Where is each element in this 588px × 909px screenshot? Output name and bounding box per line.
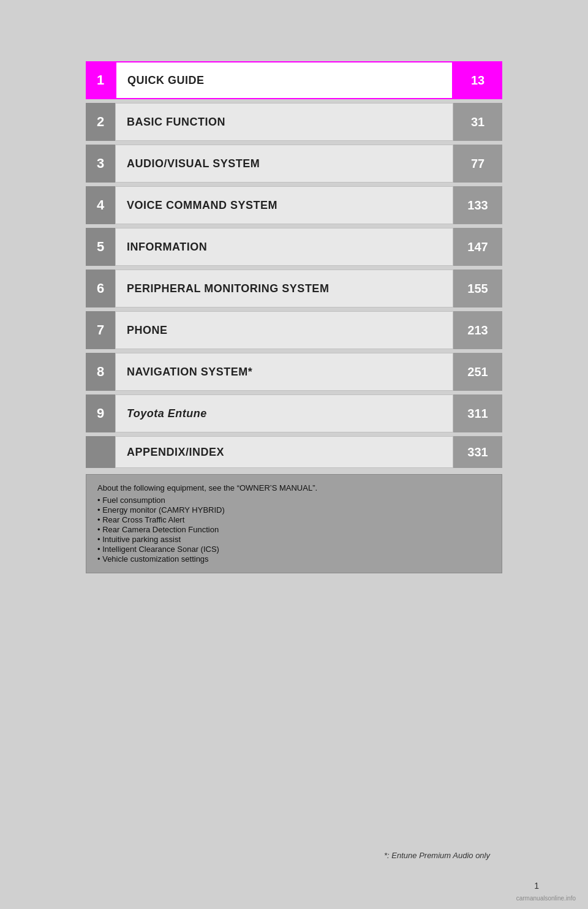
chapter-title-2: BASIC FUNCTION [127, 116, 225, 129]
chapter-page-4: 133 [453, 186, 502, 224]
chapter-page-7: 213 [453, 311, 502, 349]
chapter-title-area-appendix: APPENDIX/INDEX [115, 436, 453, 468]
toc-row-2[interactable]: 2 BASIC FUNCTION 31 [86, 103, 502, 141]
chapter-num-8: 8 [86, 353, 115, 391]
chapter-title-area-7: PHONE [115, 311, 453, 349]
page-number: 1 [534, 881, 539, 891]
chapter-num-6: 6 [86, 270, 115, 307]
chapter-title-area-1: QUICK GUIDE [115, 61, 453, 99]
chapter-num-7: 7 [86, 311, 115, 349]
chapter-title-area-8: NAVIGATION SYSTEM* [115, 353, 453, 391]
chapter-title-6: PERIPHERAL MONITORING SYSTEM [127, 282, 329, 295]
chapter-num-1: 1 [86, 61, 115, 99]
note-intro: About the following equipment, see the “… [97, 483, 491, 492]
chapter-title-4: VOICE COMMAND SYSTEM [127, 199, 277, 212]
note-item-4: Rear Camera Detection Function [97, 525, 491, 534]
page-container: 1 QUICK GUIDE 13 2 BASIC FUNCTION 31 3 A… [0, 0, 588, 909]
chapter-title-8: NAVIGATION SYSTEM* [127, 366, 252, 379]
chapter-title-area-6: PERIPHERAL MONITORING SYSTEM [115, 270, 453, 307]
chapter-title-9: Toyota Entune [127, 407, 207, 420]
note-item-2: Energy monitor (CAMRY HYBRID) [97, 505, 491, 515]
chapter-page-6: 155 [453, 270, 502, 307]
note-item-5: Intuitive parking assist [97, 535, 491, 544]
chapter-title-area-9: Toyota Entune [115, 394, 453, 432]
chapter-title-1: QUICK GUIDE [127, 74, 205, 87]
chapter-num-5: 5 [86, 228, 115, 266]
note-list: Fuel consumption Energy monitor (CAMRY H… [97, 496, 491, 564]
chapter-page-1: 13 [453, 61, 502, 99]
chapter-page-5: 147 [453, 228, 502, 266]
chapter-title-area-3: AUDIO/VISUAL SYSTEM [115, 145, 453, 183]
toc-row-8[interactable]: 8 NAVIGATION SYSTEM* 251 [86, 353, 502, 391]
chapter-page-2: 31 [453, 103, 502, 141]
toc-row-5[interactable]: 5 INFORMATION 147 [86, 228, 502, 266]
chapter-title-area-4: VOICE COMMAND SYSTEM [115, 186, 453, 224]
chapter-title-area-2: BASIC FUNCTION [115, 103, 453, 141]
toc-row-1[interactable]: 1 QUICK GUIDE 13 [86, 61, 502, 99]
chapter-title-area-5: INFORMATION [115, 228, 453, 266]
note-box: About the following equipment, see the “… [86, 474, 502, 573]
watermark: carmanualsonline.info [516, 895, 576, 902]
toc-row-7[interactable]: 7 PHONE 213 [86, 311, 502, 349]
note-item-3: Rear Cross Traffic Alert [97, 515, 491, 524]
note-item-6: Intelligent Clearance Sonar (ICS) [97, 545, 491, 554]
toc-row-6[interactable]: 6 PERIPHERAL MONITORING SYSTEM 155 [86, 270, 502, 307]
chapter-num-2: 2 [86, 103, 115, 141]
chapter-title-3: AUDIO/VISUAL SYSTEM [127, 157, 260, 170]
chapter-num-9: 9 [86, 394, 115, 432]
chapter-title-7: PHONE [127, 324, 168, 337]
toc-container: 1 QUICK GUIDE 13 2 BASIC FUNCTION 31 3 A… [86, 61, 502, 592]
toc-row-3[interactable]: 3 AUDIO/VISUAL SYSTEM 77 [86, 145, 502, 183]
chapter-page-8: 251 [453, 353, 502, 391]
chapter-title-5: INFORMATION [127, 241, 207, 254]
footnote: *: Entune Premium Audio only [384, 851, 490, 860]
chapter-num-4: 4 [86, 186, 115, 224]
note-item-7: Vehicle customization settings [97, 554, 491, 564]
chapter-page-appendix: 331 [453, 436, 502, 468]
note-item-1: Fuel consumption [97, 496, 491, 505]
chapter-page-9: 311 [453, 394, 502, 432]
chapter-num-3: 3 [86, 145, 115, 183]
toc-row-appendix[interactable]: APPENDIX/INDEX 331 [86, 436, 502, 468]
chapter-num-appendix [86, 436, 115, 468]
toc-row-9[interactable]: 9 Toyota Entune 311 [86, 394, 502, 432]
chapter-title-appendix: APPENDIX/INDEX [127, 446, 224, 459]
chapter-page-3: 77 [453, 145, 502, 183]
toc-row-4[interactable]: 4 VOICE COMMAND SYSTEM 133 [86, 186, 502, 224]
